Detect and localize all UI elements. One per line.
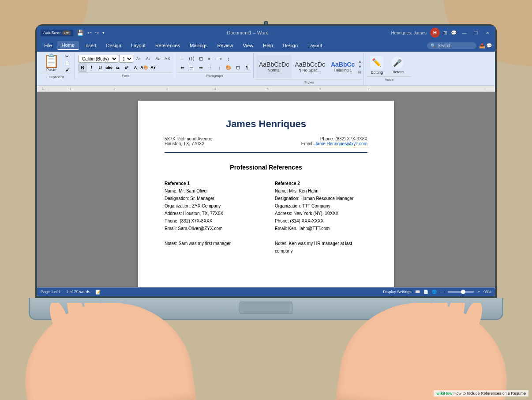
document-area[interactable]: James Henriques 5X7X Richmond Avenue Hou…: [37, 92, 495, 287]
show-para-btn[interactable]: ¶: [243, 64, 251, 72]
menu-help[interactable]: Help: [259, 42, 277, 49]
track-changes-icon: 📝: [95, 290, 101, 294]
title-bar: AutoSave Off 💾 ↩ ↪ ▾ Document1 – Word He…: [37, 26, 495, 39]
menu-design2[interactable]: Design: [278, 42, 302, 49]
style-normal-btn[interactable]: AaBbCcDc Normal: [256, 55, 292, 78]
word-count: 1 of 79 words: [66, 290, 90, 294]
font-family-select[interactable]: Calibri (Body): [79, 55, 118, 63]
status-right: Display Settings 📖 📄 🌐 — + 93%: [383, 290, 491, 294]
web-layout-btn[interactable]: 🌐: [432, 290, 437, 294]
underline-btn[interactable]: U: [96, 64, 104, 72]
menu-review[interactable]: Review: [213, 42, 238, 49]
undo-btn[interactable]: ↩: [87, 30, 91, 36]
shading2-btn[interactable]: 🎨: [224, 64, 233, 72]
increase-font-btn[interactable]: A↑: [134, 55, 143, 63]
save-icon[interactable]: 💾: [77, 30, 84, 36]
ref1-notes: Notes: Sam was my first manager: [165, 240, 257, 247]
autosave-badge: AutoSave Off: [41, 30, 73, 36]
doc-ref2: Reference 2 Name: Mrs. Ken Hahn Designat…: [275, 180, 367, 255]
editing-btn[interactable]: ✏️ Editing: [367, 55, 387, 75]
borders-btn[interactable]: ⊡: [233, 64, 242, 72]
hands-container: [0, 303, 532, 400]
restore-btn[interactable]: ❐: [472, 29, 480, 37]
shading-btn[interactable]: A▾: [149, 64, 157, 72]
style-heading1-btn[interactable]: AaBbCc Heading 1: [328, 55, 357, 78]
search-input[interactable]: [438, 43, 473, 48]
page-info: Page 1 of 1: [41, 290, 61, 294]
italic-btn[interactable]: I: [87, 64, 95, 72]
user-avatar[interactable]: H: [430, 28, 440, 38]
customize-btn[interactable]: ▾: [102, 30, 105, 35]
align-center-btn[interactable]: ☰: [187, 64, 196, 72]
dictate-btn[interactable]: 🎤 Dictate: [389, 56, 406, 75]
styles-more-btn[interactable]: ⊞: [358, 70, 362, 74]
align-right-btn[interactable]: ➡: [196, 64, 205, 72]
word-application: AutoSave Off 💾 ↩ ↪ ▾ Document1 – Word He…: [37, 26, 495, 296]
comments-btn[interactable]: 💬: [451, 30, 457, 36]
style-nospace-label: ¶ No Spac...: [299, 68, 321, 72]
style-heading-preview: AaBbCc: [331, 61, 355, 68]
autosave-toggle[interactable]: Off: [62, 30, 71, 35]
menu-mailings[interactable]: Mailings: [185, 42, 212, 49]
clear-format-btn[interactable]: A✕: [163, 55, 172, 63]
highlight-btn[interactable]: A🎨: [140, 64, 148, 72]
ribbon-display-btn[interactable]: ⊞: [443, 30, 447, 36]
line-spacing-btn[interactable]: ↕: [215, 64, 224, 72]
doc-section-title: Professional References: [165, 164, 367, 171]
change-case-btn[interactable]: Aa: [154, 55, 162, 63]
decrease-font-btn[interactable]: A↓: [144, 55, 153, 63]
comments-btn2[interactable]: 💬: [486, 43, 492, 49]
sort-btn[interactable]: ↕: [224, 55, 233, 63]
dictate-icon: 🎤: [391, 57, 404, 69]
cut-btn[interactable]: ✂: [63, 53, 71, 60]
close-btn[interactable]: ✕: [483, 29, 491, 37]
menu-references[interactable]: References: [151, 42, 184, 49]
strikethrough-btn[interactable]: abc: [105, 64, 113, 72]
increase-indent-btn[interactable]: ⇥: [215, 55, 224, 63]
menu-home[interactable]: Home: [57, 41, 79, 50]
menu-layout2[interactable]: Layout: [303, 42, 326, 49]
justify-btn[interactable]: ⋮: [206, 64, 214, 72]
menu-file[interactable]: File: [40, 42, 56, 49]
redo-btn[interactable]: ↪: [95, 30, 99, 36]
zoom-slider[interactable]: [448, 291, 474, 293]
menu-insert[interactable]: Insert: [80, 42, 101, 49]
menu-view[interactable]: View: [239, 42, 258, 49]
paragraph-label: Paragraph: [178, 72, 251, 78]
search-icon: 🔍: [431, 43, 436, 48]
styles-up-btn[interactable]: ▲: [358, 59, 362, 64]
ref2-address: Address: New York (NY), 10XXX: [275, 210, 367, 217]
zoom-minus-btn[interactable]: —: [440, 290, 444, 294]
superscript-btn[interactable]: x²: [123, 64, 131, 72]
doc-email-link[interactable]: Jame.Henriques@xyz.com: [315, 141, 367, 146]
display-settings[interactable]: Display Settings: [383, 290, 412, 294]
paste-button[interactable]: 📋 Paste: [41, 53, 61, 73]
numbering-btn[interactable]: ⑴: [187, 55, 196, 63]
style-heading-label: Heading 1: [334, 68, 352, 72]
style-nospace-btn[interactable]: AaBbCcDc ¶ No Spac...: [292, 55, 327, 78]
share-btn[interactable]: 📤: [479, 43, 485, 49]
decrease-indent-btn[interactable]: ⇤: [206, 55, 214, 63]
menu-layout[interactable]: Layout: [127, 42, 150, 49]
search-box[interactable]: 🔍: [427, 42, 476, 49]
zoom-thumb: [461, 290, 465, 294]
read-mode-btn[interactable]: 📖: [415, 290, 420, 294]
dictate-label: Dictate: [391, 70, 404, 74]
print-layout-btn[interactable]: 📄: [423, 290, 428, 294]
bold-btn[interactable]: B: [79, 64, 86, 72]
font-color-btn[interactable]: A: [131, 64, 139, 72]
bullets-btn[interactable]: ≡: [178, 55, 187, 63]
multilevel-btn[interactable]: ⊞: [196, 55, 205, 63]
ruler: L 1 2 3 4 5 6 7: [37, 86, 495, 92]
align-left-btn[interactable]: ⬅: [178, 64, 187, 72]
copy-btn[interactable]: 📄: [63, 60, 71, 66]
minimize-btn[interactable]: —: [461, 29, 468, 37]
format-painter-btn[interactable]: 🖌: [63, 67, 71, 73]
subscript-btn[interactable]: x₂: [114, 64, 122, 72]
zoom-plus-btn[interactable]: +: [478, 290, 480, 294]
styles-down-btn[interactable]: ▼: [358, 64, 362, 69]
font-size-select[interactable]: 11: [119, 55, 133, 63]
menu-design[interactable]: Design: [102, 42, 126, 49]
style-normal-preview: AaBbCcDc: [259, 61, 289, 68]
webcam: [264, 21, 268, 25]
